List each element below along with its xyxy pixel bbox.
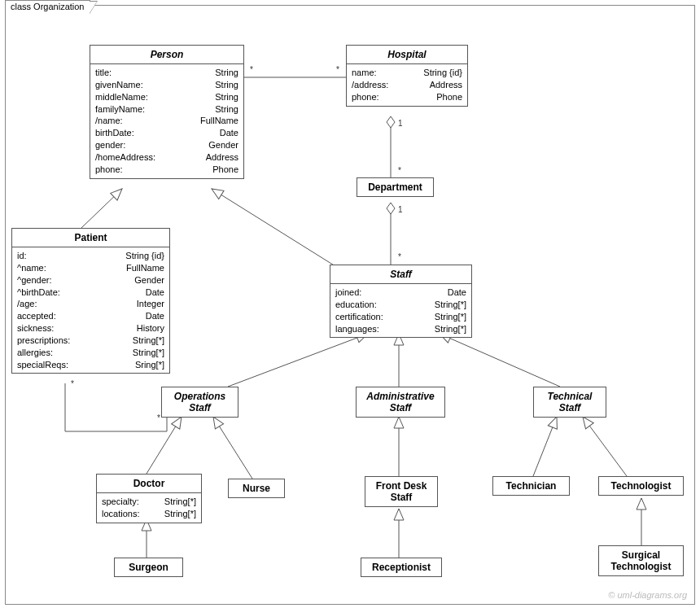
- class-technician: Technician: [492, 476, 570, 496]
- class-surgical-technologist: Surgical Technologist: [598, 545, 684, 576]
- class-hospital-body: name:String {id} /address:Address phone:…: [347, 64, 467, 106]
- class-frontdesk-title: Front Desk Staff: [365, 477, 437, 506]
- class-surgeon: Surgeon: [114, 558, 183, 577]
- watermark: © uml-diagrams.org: [608, 590, 687, 600]
- class-hospital-title: Hospital: [347, 46, 467, 64]
- class-technician-title: Technician: [493, 477, 569, 495]
- class-person-body: title:String givenName:String middleName…: [90, 64, 243, 178]
- class-department: Department: [357, 177, 434, 197]
- class-receptionist: Receptionist: [361, 558, 442, 577]
- class-staff-body: joined:Date education:String[*] certific…: [330, 284, 471, 337]
- class-staff: Staff joined:Date education:String[*] ce…: [330, 265, 472, 338]
- class-doctor: Doctor specialty:String[*] locations:Str…: [96, 474, 202, 523]
- class-technologist: Technologist: [598, 476, 684, 496]
- class-patient: Patient id:String {id} ^name:FullName ^g…: [11, 228, 170, 374]
- mult-person-side: *: [249, 65, 254, 74]
- class-person: Person title:String givenName:String mid…: [90, 45, 244, 179]
- class-nurse-title: Nurse: [229, 479, 284, 497]
- class-technologist-title: Technologist: [599, 477, 683, 495]
- class-patient-title: Patient: [12, 229, 169, 247]
- class-patient-body: id:String {id} ^name:FullName ^gender:Ge…: [12, 247, 169, 373]
- class-doctor-body: specialty:String[*] locations:String[*]: [97, 493, 201, 523]
- class-hospital: Hospital name:String {id} /address:Addre…: [346, 45, 468, 107]
- uml-class-diagram: class Organization: [0, 0, 700, 608]
- class-administrative-title: Administrative Staff: [357, 387, 444, 417]
- mult-hosp-dept-top: 1: [397, 119, 404, 128]
- mult-hosp-dept-bot: *: [397, 166, 402, 175]
- class-operations-staff: Operations Staff: [161, 387, 238, 418]
- class-department-title: Department: [357, 178, 433, 196]
- frame-title-text: class Organization: [11, 2, 85, 11]
- class-technical-staff: Technical Staff: [533, 387, 606, 418]
- class-operations-title: Operations Staff: [162, 387, 238, 417]
- class-surgtech-title: Surgical Technologist: [599, 546, 683, 575]
- class-receptionist-title: Receptionist: [361, 558, 441, 576]
- mult-hospital-side: *: [335, 65, 340, 74]
- class-surgeon-title: Surgeon: [115, 558, 182, 576]
- class-person-title: Person: [90, 46, 243, 64]
- mult-dept-staff-top: 1: [397, 205, 404, 214]
- class-nurse: Nurse: [228, 479, 285, 498]
- class-technical-title: Technical Staff: [534, 387, 606, 417]
- mult-dept-staff-bot: *: [397, 252, 402, 261]
- class-doctor-title: Doctor: [97, 475, 201, 493]
- mult-patient-side: *: [70, 379, 75, 388]
- class-frontdesk-staff: Front Desk Staff: [365, 476, 438, 507]
- diagram-frame-label: class Organization: [5, 0, 90, 12]
- class-administrative-staff: Administrative Staff: [356, 387, 445, 418]
- class-staff-title: Staff: [330, 265, 471, 284]
